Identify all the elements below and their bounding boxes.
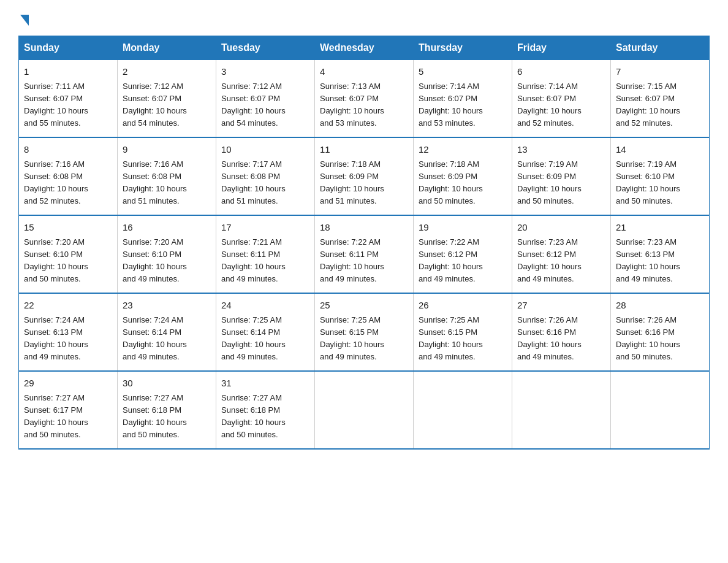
calendar-cell: 31Sunrise: 7:27 AMSunset: 6:18 PMDayligh… — [216, 371, 315, 449]
calendar-cell: 29Sunrise: 7:27 AMSunset: 6:17 PMDayligh… — [19, 371, 118, 449]
logo — [18, 12, 29, 23]
page-header — [18, 12, 710, 23]
calendar-cell: 11Sunrise: 7:18 AMSunset: 6:09 PMDayligh… — [315, 137, 414, 215]
calendar-cell: 23Sunrise: 7:24 AMSunset: 6:14 PMDayligh… — [118, 293, 216, 371]
day-info: Sunrise: 7:11 AMSunset: 6:07 PMDaylight:… — [24, 82, 88, 128]
day-number: 5 — [419, 65, 507, 79]
calendar-cell: 26Sunrise: 7:25 AMSunset: 6:15 PMDayligh… — [414, 293, 512, 371]
calendar-cell: 12Sunrise: 7:18 AMSunset: 6:09 PMDayligh… — [414, 137, 512, 215]
calendar-week-row: 29Sunrise: 7:27 AMSunset: 6:17 PMDayligh… — [19, 371, 710, 449]
day-info: Sunrise: 7:23 AMSunset: 6:12 PMDaylight:… — [517, 237, 582, 283]
calendar-cell: 10Sunrise: 7:17 AMSunset: 6:08 PMDayligh… — [216, 137, 315, 215]
logo-arrow-icon — [20, 15, 29, 26]
calendar-cell: 9Sunrise: 7:16 AMSunset: 6:08 PMDaylight… — [118, 137, 216, 215]
day-number: 23 — [123, 299, 211, 313]
calendar-cell: 6Sunrise: 7:14 AMSunset: 6:07 PMDaylight… — [512, 60, 611, 138]
day-number: 19 — [419, 221, 507, 235]
day-info: Sunrise: 7:12 AMSunset: 6:07 PMDaylight:… — [221, 82, 286, 128]
day-info: Sunrise: 7:14 AMSunset: 6:07 PMDaylight:… — [517, 82, 582, 128]
day-number: 10 — [221, 143, 309, 157]
day-number: 15 — [24, 221, 112, 235]
day-info: Sunrise: 7:18 AMSunset: 6:09 PMDaylight:… — [419, 159, 483, 205]
day-number: 26 — [419, 299, 507, 313]
day-number: 1 — [24, 65, 112, 79]
calendar-cell: 20Sunrise: 7:23 AMSunset: 6:12 PMDayligh… — [512, 215, 611, 293]
calendar-cell: 15Sunrise: 7:20 AMSunset: 6:10 PMDayligh… — [19, 215, 118, 293]
day-info: Sunrise: 7:18 AMSunset: 6:09 PMDaylight:… — [320, 159, 384, 205]
day-number: 11 — [320, 143, 408, 157]
day-info: Sunrise: 7:15 AMSunset: 6:07 PMDaylight:… — [616, 82, 680, 128]
calendar-cell: 30Sunrise: 7:27 AMSunset: 6:18 PMDayligh… — [118, 371, 216, 449]
day-number: 24 — [221, 299, 309, 313]
day-info: Sunrise: 7:19 AMSunset: 6:09 PMDaylight:… — [517, 159, 582, 205]
day-info: Sunrise: 7:17 AMSunset: 6:08 PMDaylight:… — [221, 159, 286, 205]
day-info: Sunrise: 7:25 AMSunset: 6:15 PMDaylight:… — [419, 315, 483, 361]
calendar-cell: 24Sunrise: 7:25 AMSunset: 6:14 PMDayligh… — [216, 293, 315, 371]
calendar-cell: 22Sunrise: 7:24 AMSunset: 6:13 PMDayligh… — [19, 293, 118, 371]
day-info: Sunrise: 7:22 AMSunset: 6:11 PMDaylight:… — [320, 237, 384, 283]
day-number: 18 — [320, 221, 408, 235]
day-info: Sunrise: 7:25 AMSunset: 6:14 PMDaylight:… — [221, 315, 286, 361]
day-info: Sunrise: 7:25 AMSunset: 6:15 PMDaylight:… — [320, 315, 384, 361]
day-info: Sunrise: 7:27 AMSunset: 6:18 PMDaylight:… — [221, 393, 286, 439]
day-number: 16 — [123, 221, 211, 235]
calendar-cell: 16Sunrise: 7:20 AMSunset: 6:10 PMDayligh… — [118, 215, 216, 293]
calendar-cell: 27Sunrise: 7:26 AMSunset: 6:16 PMDayligh… — [512, 293, 611, 371]
calendar-cell: 8Sunrise: 7:16 AMSunset: 6:08 PMDaylight… — [19, 137, 118, 215]
day-number: 8 — [24, 143, 112, 157]
calendar-cell: 17Sunrise: 7:21 AMSunset: 6:11 PMDayligh… — [216, 215, 315, 293]
day-info: Sunrise: 7:27 AMSunset: 6:17 PMDaylight:… — [24, 393, 88, 439]
calendar-cell: 4Sunrise: 7:13 AMSunset: 6:07 PMDaylight… — [315, 60, 414, 138]
calendar-header-saturday: Saturday — [611, 36, 710, 60]
day-number: 9 — [123, 143, 211, 157]
calendar-cell: 7Sunrise: 7:15 AMSunset: 6:07 PMDaylight… — [611, 60, 710, 138]
day-number: 30 — [123, 377, 211, 391]
calendar-cell: 5Sunrise: 7:14 AMSunset: 6:07 PMDaylight… — [414, 60, 512, 138]
day-number: 2 — [123, 65, 211, 79]
day-info: Sunrise: 7:16 AMSunset: 6:08 PMDaylight:… — [24, 159, 88, 205]
day-number: 12 — [419, 143, 507, 157]
calendar-cell — [315, 371, 414, 449]
day-number: 17 — [221, 221, 309, 235]
day-number: 21 — [616, 221, 704, 235]
calendar-header-monday: Monday — [118, 36, 216, 60]
day-number: 22 — [24, 299, 112, 313]
calendar-cell — [414, 371, 512, 449]
day-info: Sunrise: 7:24 AMSunset: 6:13 PMDaylight:… — [24, 315, 88, 361]
day-info: Sunrise: 7:26 AMSunset: 6:16 PMDaylight:… — [616, 315, 680, 361]
calendar-table: SundayMondayTuesdayWednesdayThursdayFrid… — [18, 36, 710, 450]
calendar-week-row: 22Sunrise: 7:24 AMSunset: 6:13 PMDayligh… — [19, 293, 710, 371]
calendar-cell: 21Sunrise: 7:23 AMSunset: 6:13 PMDayligh… — [611, 215, 710, 293]
day-info: Sunrise: 7:26 AMSunset: 6:16 PMDaylight:… — [517, 315, 582, 361]
day-info: Sunrise: 7:27 AMSunset: 6:18 PMDaylight:… — [123, 393, 187, 439]
day-number: 6 — [517, 65, 605, 79]
calendar-week-row: 15Sunrise: 7:20 AMSunset: 6:10 PMDayligh… — [19, 215, 710, 293]
calendar-header-friday: Friday — [512, 36, 611, 60]
calendar-cell: 28Sunrise: 7:26 AMSunset: 6:16 PMDayligh… — [611, 293, 710, 371]
calendar-cell: 19Sunrise: 7:22 AMSunset: 6:12 PMDayligh… — [414, 215, 512, 293]
day-info: Sunrise: 7:20 AMSunset: 6:10 PMDaylight:… — [123, 237, 187, 283]
day-number: 27 — [517, 299, 605, 313]
day-number: 3 — [221, 65, 309, 79]
calendar-cell: 14Sunrise: 7:19 AMSunset: 6:10 PMDayligh… — [611, 137, 710, 215]
day-info: Sunrise: 7:16 AMSunset: 6:08 PMDaylight:… — [123, 159, 187, 205]
day-info: Sunrise: 7:19 AMSunset: 6:10 PMDaylight:… — [616, 159, 680, 205]
day-number: 14 — [616, 143, 704, 157]
day-info: Sunrise: 7:14 AMSunset: 6:07 PMDaylight:… — [419, 82, 483, 128]
day-info: Sunrise: 7:20 AMSunset: 6:10 PMDaylight:… — [24, 237, 88, 283]
calendar-cell — [512, 371, 611, 449]
day-number: 29 — [24, 377, 112, 391]
calendar-cell: 1Sunrise: 7:11 AMSunset: 6:07 PMDaylight… — [19, 60, 118, 138]
calendar-header-thursday: Thursday — [414, 36, 512, 60]
calendar-cell: 18Sunrise: 7:22 AMSunset: 6:11 PMDayligh… — [315, 215, 414, 293]
day-number: 7 — [616, 65, 704, 79]
calendar-header-row: SundayMondayTuesdayWednesdayThursdayFrid… — [19, 36, 710, 60]
calendar-week-row: 8Sunrise: 7:16 AMSunset: 6:08 PMDaylight… — [19, 137, 710, 215]
calendar-cell: 3Sunrise: 7:12 AMSunset: 6:07 PMDaylight… — [216, 60, 315, 138]
calendar-week-row: 1Sunrise: 7:11 AMSunset: 6:07 PMDaylight… — [19, 60, 710, 138]
calendar-header-tuesday: Tuesday — [216, 36, 315, 60]
day-info: Sunrise: 7:24 AMSunset: 6:14 PMDaylight:… — [123, 315, 187, 361]
day-number: 20 — [517, 221, 605, 235]
day-info: Sunrise: 7:21 AMSunset: 6:11 PMDaylight:… — [221, 237, 286, 283]
day-number: 25 — [320, 299, 408, 313]
